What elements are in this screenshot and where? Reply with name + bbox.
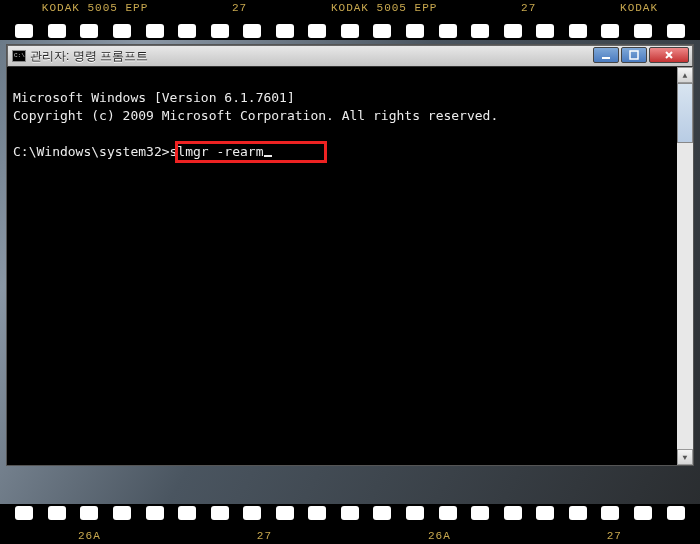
sprocket-hole [80,506,98,520]
sprocket-hole [471,506,489,520]
sprocket-hole [504,506,522,520]
sprocket-hole [15,506,33,520]
sprocket-hole [48,24,66,38]
sprocket-hole [178,24,196,38]
film-label: 27 [232,2,247,14]
film-strip-bottom: 26A 27 26A 27 [0,504,700,544]
film-label: 26A [428,530,451,542]
chevron-up-icon: ▲ [683,71,688,80]
sprocket-hole [113,24,131,38]
typed-command: slmgr -rearm [170,144,264,159]
window-controls [593,47,689,63]
film-label: KODAK 5005 EPP [331,2,437,14]
film-label: 27 [257,530,272,542]
film-label: KODAK [620,2,658,14]
sprocket-hole [439,24,457,38]
sprocket-hole [178,506,196,520]
titlebar[interactable]: 관리자: 명령 프롬프트 [7,45,693,67]
sprocket-hole [341,506,359,520]
sprocket-hole [667,506,685,520]
window-title: 관리자: 명령 프롬프트 [30,48,148,65]
sprocket-hole [341,24,359,38]
prompt-line: C:\Windows\system32>slmgr -rearm [13,144,272,159]
sprocket-hole [373,24,391,38]
vertical-scrollbar[interactable]: ▲ ▼ [677,67,693,465]
sprocket-hole [601,506,619,520]
scroll-down-button[interactable]: ▼ [677,449,693,465]
sprocket-hole [48,506,66,520]
console-line: Copyright (c) 2009 Microsoft Corporation… [13,108,498,123]
film-label: 26A [78,530,101,542]
sprocket-hole [634,24,652,38]
sprocket-hole [439,506,457,520]
cmd-icon [12,50,26,62]
sprocket-hole [308,24,326,38]
sprocket-hole [211,506,229,520]
sprocket-hole [471,24,489,38]
command-prompt-window: 관리자: 명령 프롬프트 Microsoft Windows [Version … [7,45,693,465]
sprocket-hole [146,24,164,38]
prompt-path: C:\Windows\system32> [13,144,170,159]
close-icon [664,50,674,60]
chevron-down-icon: ▼ [683,453,688,462]
sprocket-hole [80,24,98,38]
scroll-up-button[interactable]: ▲ [677,67,693,83]
scroll-thumb[interactable] [677,83,693,143]
maximize-icon [629,50,639,60]
sprocket-hole [373,506,391,520]
sprocket-hole [146,506,164,520]
console-area[interactable]: Microsoft Windows [Version 6.1.7601] Cop… [7,67,693,183]
sprocket-hole [569,24,587,38]
sprocket-hole [634,506,652,520]
sprocket-hole [308,506,326,520]
sprocket-hole [406,506,424,520]
maximize-button[interactable] [621,47,647,63]
film-strip-top: KODAK 5005 EPP 27 KODAK 5005 EPP 27 KODA… [0,0,700,40]
sprocket-hole [276,506,294,520]
film-label: 27 [521,2,536,14]
sprocket-hole [113,506,131,520]
sprocket-hole [667,24,685,38]
console-line: Microsoft Windows [Version 6.1.7601] [13,90,295,105]
cursor [264,155,272,157]
sprocket-hole [211,24,229,38]
sprocket-hole [406,24,424,38]
sprocket-hole [601,24,619,38]
sprocket-hole [276,24,294,38]
film-label: KODAK 5005 EPP [42,2,148,14]
sprocket-hole [243,506,261,520]
close-button[interactable] [649,47,689,63]
film-label: 27 [607,530,622,542]
sprocket-hole [569,506,587,520]
sprocket-hole [15,24,33,38]
sprocket-hole [504,24,522,38]
svg-rect-0 [602,57,610,59]
sprocket-hole [536,24,554,38]
svg-rect-1 [630,51,638,59]
minimize-button[interactable] [593,47,619,63]
minimize-icon [601,50,611,60]
sprocket-hole [243,24,261,38]
sprocket-hole [536,506,554,520]
